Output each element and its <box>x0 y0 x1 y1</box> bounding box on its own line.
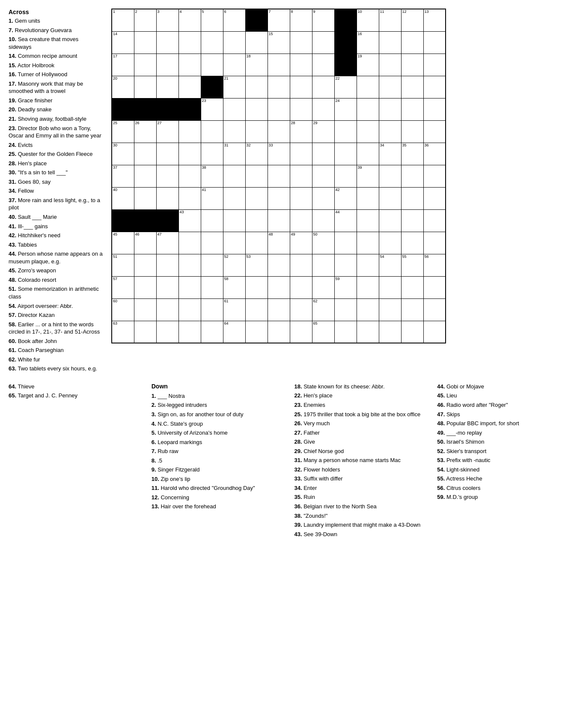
grid-cell[interactable] <box>268 321 290 343</box>
grid-cell[interactable] <box>379 54 401 76</box>
grid-cell[interactable] <box>268 76 290 98</box>
grid-cell[interactable] <box>268 165 290 187</box>
grid-cell[interactable] <box>178 98 201 120</box>
grid-cell[interactable] <box>312 165 334 187</box>
grid-cell[interactable]: 5 <box>201 9 223 31</box>
grid-cell[interactable]: 54 <box>379 254 401 276</box>
grid-cell[interactable]: 24 <box>334 98 357 120</box>
grid-cell[interactable] <box>156 143 178 165</box>
grid-cell[interactable]: 61 <box>223 298 245 321</box>
grid-cell[interactable] <box>357 120 379 143</box>
grid-cell[interactable]: 23 <box>201 98 223 120</box>
grid-cell[interactable]: 20 <box>112 76 134 98</box>
grid-cell[interactable]: 26 <box>134 120 156 143</box>
grid-cell[interactable] <box>357 143 379 165</box>
grid-cell[interactable]: 51 <box>112 254 134 276</box>
grid-cell[interactable] <box>268 54 290 76</box>
grid-cell[interactable] <box>290 54 312 76</box>
grid-cell[interactable] <box>156 254 178 276</box>
grid-cell[interactable] <box>334 143 357 165</box>
grid-cell[interactable] <box>178 165 201 187</box>
grid-cell[interactable] <box>401 232 423 254</box>
grid-cell[interactable] <box>290 254 312 276</box>
grid-cell[interactable] <box>156 209 178 232</box>
grid-cell[interactable]: 35 <box>401 143 423 165</box>
grid-cell[interactable]: 19 <box>357 54 379 76</box>
grid-cell[interactable] <box>312 254 334 276</box>
grid-cell[interactable] <box>245 165 268 187</box>
grid-cell[interactable] <box>401 31 423 54</box>
grid-cell[interactable] <box>401 165 423 187</box>
grid-cell[interactable] <box>156 54 178 76</box>
grid-cell[interactable] <box>156 31 178 54</box>
grid-cell[interactable] <box>423 232 446 254</box>
grid-cell[interactable] <box>178 321 201 343</box>
grid-cell[interactable]: 64 <box>223 321 245 343</box>
grid-cell[interactable]: 37 <box>112 165 134 187</box>
grid-cell[interactable] <box>223 31 245 54</box>
grid-cell[interactable] <box>134 76 156 98</box>
grid-cell[interactable] <box>334 298 357 321</box>
grid-cell[interactable] <box>312 54 334 76</box>
grid-cell[interactable]: 45 <box>112 232 134 254</box>
grid-cell[interactable] <box>423 98 446 120</box>
grid-cell[interactable]: 30 <box>112 143 134 165</box>
grid-cell[interactable] <box>290 298 312 321</box>
grid-cell[interactable] <box>357 232 379 254</box>
grid-cell[interactable] <box>134 54 156 76</box>
grid-cell[interactable]: 39 <box>357 165 379 187</box>
grid-cell[interactable] <box>245 187 268 209</box>
grid-cell[interactable] <box>245 232 268 254</box>
grid-cell[interactable]: 65 <box>312 321 334 343</box>
grid-cell[interactable] <box>156 187 178 209</box>
grid-cell[interactable]: 59 <box>334 276 357 298</box>
grid-cell[interactable]: 47 <box>156 232 178 254</box>
grid-cell[interactable] <box>379 98 401 120</box>
grid-cell[interactable] <box>268 120 290 143</box>
grid-cell[interactable] <box>401 209 423 232</box>
grid-cell[interactable] <box>379 165 401 187</box>
grid-cell[interactable]: 8 <box>290 9 312 31</box>
grid-cell[interactable] <box>178 143 201 165</box>
grid-cell[interactable] <box>357 276 379 298</box>
grid-cell[interactable] <box>268 209 290 232</box>
grid-cell[interactable]: 31 <box>223 143 245 165</box>
grid-cell[interactable]: 62 <box>312 298 334 321</box>
grid-cell[interactable] <box>334 232 357 254</box>
grid-cell[interactable] <box>357 98 379 120</box>
grid-cell[interactable] <box>357 321 379 343</box>
grid-cell[interactable]: 13 <box>423 9 446 31</box>
grid-cell[interactable] <box>156 165 178 187</box>
grid-cell[interactable] <box>178 254 201 276</box>
grid-cell[interactable] <box>423 31 446 54</box>
grid-cell[interactable] <box>134 209 156 232</box>
grid-cell[interactable] <box>245 9 268 31</box>
grid-cell[interactable] <box>245 76 268 98</box>
grid-cell[interactable] <box>134 298 156 321</box>
grid-cell[interactable] <box>112 98 134 120</box>
grid-cell[interactable] <box>245 276 268 298</box>
grid-cell[interactable] <box>423 54 446 76</box>
grid-cell[interactable] <box>312 98 334 120</box>
grid-cell[interactable] <box>245 98 268 120</box>
grid-cell[interactable] <box>290 209 312 232</box>
grid-cell[interactable] <box>290 187 312 209</box>
grid-cell[interactable] <box>379 76 401 98</box>
grid-cell[interactable] <box>223 98 245 120</box>
grid-cell[interactable] <box>357 76 379 98</box>
grid-cell[interactable] <box>290 98 312 120</box>
grid-cell[interactable] <box>401 76 423 98</box>
grid-cell[interactable]: 10 <box>357 9 379 31</box>
grid-cell[interactable] <box>134 321 156 343</box>
grid-cell[interactable] <box>223 54 245 76</box>
grid-cell[interactable]: 27 <box>156 120 178 143</box>
grid-cell[interactable] <box>423 187 446 209</box>
grid-cell[interactable] <box>423 321 446 343</box>
grid-cell[interactable] <box>156 98 178 120</box>
grid-cell[interactable]: 28 <box>290 120 312 143</box>
grid-cell[interactable]: 50 <box>312 232 334 254</box>
grid-cell[interactable] <box>245 321 268 343</box>
grid-cell[interactable] <box>379 298 401 321</box>
grid-cell[interactable]: 58 <box>223 276 245 298</box>
grid-cell[interactable]: 44 <box>334 209 357 232</box>
